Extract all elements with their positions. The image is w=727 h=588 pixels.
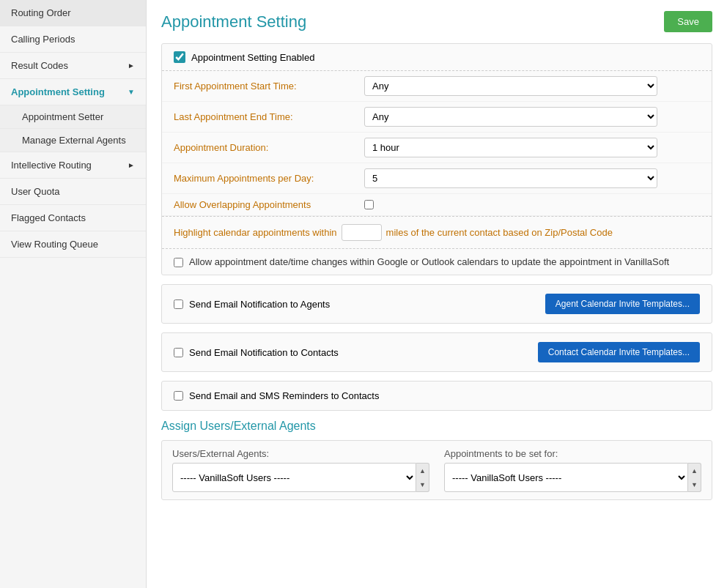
max-per-day-row: Maximum Appointments per Day: 5 1 2 3 4 … xyxy=(162,163,712,194)
notif-agents-label: Send Email Notification to Agents xyxy=(189,299,330,310)
notif-sms-checkbox[interactable] xyxy=(174,391,183,401)
scroll-down-icon[interactable]: ▼ xyxy=(416,477,429,491)
enabled-checkbox[interactable] xyxy=(174,51,185,63)
notif-sms-left: Send Email and SMS Reminders to Contacts xyxy=(174,390,379,401)
sidebar: Routing Order Calling Periods Result Cod… xyxy=(0,0,147,588)
assign-col-users: Users/External Agents: ----- VanillaSoft… xyxy=(172,448,429,492)
contact-calendar-invite-button[interactable]: Contact Calendar Invite Templates... xyxy=(538,342,700,362)
highlight-miles-input[interactable] xyxy=(342,224,382,241)
highlight-row: Highlight calendar appointments within m… xyxy=(162,217,712,248)
assign-col2-wrapper: ----- VanillaSoft Users ----- ▲ ▼ xyxy=(444,463,701,492)
notif-agents-section: Send Email Notification to Agents Agent … xyxy=(161,284,712,324)
sidebar-item-intellective-routing[interactable]: Intellective Routing ► xyxy=(0,152,146,179)
overlap-checkbox[interactable] xyxy=(364,200,374,209)
sidebar-item-user-quota[interactable]: User Quota xyxy=(0,179,146,205)
scroll-up-icon[interactable]: ▲ xyxy=(416,464,429,477)
duration-label: Appointment Duration: xyxy=(174,142,364,153)
assign-title: Assign Users/External Agents xyxy=(161,420,712,433)
sidebar-label-appointment-setter: Appointment Setter xyxy=(22,111,103,122)
sidebar-item-appointment-setting[interactable]: Appointment Setting ▼ xyxy=(0,79,146,105)
arrow-icon-appointment-setting: ▼ xyxy=(128,88,135,96)
sidebar-label-user-quota: User Quota xyxy=(11,186,59,197)
page-header: Appointment Setting Save xyxy=(161,11,712,32)
notif-contacts-section: Send Email Notification to Contacts Cont… xyxy=(161,332,712,372)
page-title: Appointment Setting xyxy=(161,12,306,31)
assign-appointments-scroll[interactable]: ▲ ▼ xyxy=(688,463,701,492)
max-per-day-label: Maximum Appointments per Day: xyxy=(174,173,364,184)
calendar-sync-row: Allow appointment date/time changes with… xyxy=(162,249,712,275)
sidebar-label-routing-order: Routing Order xyxy=(11,7,71,18)
arrow-icon-intellective-routing: ► xyxy=(128,161,135,169)
first-start-select[interactable]: Any 12:00 AM 6:00 AM 7:00 AM 8:00 AM 9:0… xyxy=(364,76,657,96)
main-settings-section: Appointment Setting Enabled First Appoin… xyxy=(161,43,712,275)
assign-columns: Users/External Agents: ----- VanillaSoft… xyxy=(172,448,701,492)
notif-sms-label: Send Email and SMS Reminders to Contacts xyxy=(189,390,379,401)
duration-row: Appointment Duration: 1 hour 30 minutes … xyxy=(162,133,712,163)
calendar-sync-label: Allow appointment date/time changes with… xyxy=(189,256,669,267)
assign-users-scroll[interactable]: ▲ ▼ xyxy=(416,463,429,492)
assign-col2-label: Appointments to be set for: xyxy=(444,448,701,459)
sidebar-item-result-codes[interactable]: Result Codes ► xyxy=(0,53,146,79)
max-per-day-select[interactable]: 5 1 2 3 4 6 7 8 9 10 xyxy=(364,168,657,188)
sidebar-subitem-appointment-setter[interactable]: Appointment Setter xyxy=(0,105,146,129)
arrow-icon-result-codes: ► xyxy=(128,62,135,70)
scroll-up-icon-2[interactable]: ▲ xyxy=(688,464,701,477)
notif-contacts-left: Send Email Notification to Contacts xyxy=(174,347,339,358)
last-end-select[interactable]: Any 6:00 PM 7:00 PM 8:00 PM 9:00 PM 10:0… xyxy=(364,107,657,127)
notif-agents-left: Send Email Notification to Agents xyxy=(174,299,330,310)
last-end-label: Last Appointment End Time: xyxy=(174,111,364,122)
notif-contacts-checkbox[interactable] xyxy=(174,348,183,357)
sidebar-item-flagged-contacts[interactable]: Flagged Contacts xyxy=(0,205,146,231)
sidebar-item-routing-order[interactable]: Routing Order xyxy=(0,0,146,26)
save-button[interactable]: Save xyxy=(664,11,712,32)
notif-contacts-label: Send Email Notification to Contacts xyxy=(189,347,339,358)
assign-col-appointments: Appointments to be set for: ----- Vanill… xyxy=(444,448,701,492)
scroll-down-icon-2[interactable]: ▼ xyxy=(688,477,701,491)
sidebar-label-result-codes: Result Codes xyxy=(11,60,68,71)
sidebar-subitem-manage-external-agents[interactable]: Manage External Agents xyxy=(0,129,146,152)
duration-select[interactable]: 1 hour 30 minutes 45 minutes 1.5 hours 2… xyxy=(364,138,657,157)
highlight-suffix: miles of the current contact based on Zi… xyxy=(386,227,613,238)
notif-agents-checkbox[interactable] xyxy=(174,299,183,309)
sidebar-label-intellective-routing: Intellective Routing xyxy=(11,160,92,171)
last-end-row: Last Appointment End Time: Any 6:00 PM 7… xyxy=(162,102,712,133)
sidebar-label-manage-external-agents: Manage External Agents xyxy=(22,135,126,146)
overlap-row: Allow Overlapping Appointments xyxy=(162,194,712,216)
sidebar-label-calling-periods: Calling Periods xyxy=(11,34,75,45)
overlap-label: Allow Overlapping Appointments xyxy=(174,199,364,210)
sidebar-item-calling-periods[interactable]: Calling Periods xyxy=(0,26,146,53)
sidebar-item-view-routing-queue[interactable]: View Routing Queue xyxy=(0,231,146,258)
assign-appointments-select[interactable]: ----- VanillaSoft Users ----- xyxy=(444,463,688,492)
notif-sms-section: Send Email and SMS Reminders to Contacts xyxy=(161,381,712,411)
sidebar-label-view-routing-queue: View Routing Queue xyxy=(11,239,98,250)
highlight-prefix: Highlight calendar appointments within xyxy=(174,227,337,238)
agent-calendar-invite-button[interactable]: Agent Calendar Invite Templates... xyxy=(545,294,700,314)
main-content: Appointment Setting Save Appointment Set… xyxy=(147,0,727,588)
assign-users-select[interactable]: ----- VanillaSoft Users ----- xyxy=(172,463,416,492)
enabled-label: Appointment Setting Enabled xyxy=(191,52,314,63)
first-start-row: First Appointment Start Time: Any 12:00 … xyxy=(162,71,712,102)
enabled-row: Appointment Setting Enabled xyxy=(162,44,712,70)
sidebar-label-flagged-contacts: Flagged Contacts xyxy=(11,212,86,223)
calendar-sync-checkbox[interactable] xyxy=(174,258,183,267)
sidebar-label-appointment-setting: Appointment Setting xyxy=(11,86,105,97)
assign-col1-wrapper: ----- VanillaSoft Users ----- ▲ ▼ xyxy=(172,463,429,492)
assign-col1-label: Users/External Agents: xyxy=(172,448,429,459)
first-start-label: First Appointment Start Time: xyxy=(174,81,364,92)
assign-box: Users/External Agents: ----- VanillaSoft… xyxy=(161,440,712,500)
